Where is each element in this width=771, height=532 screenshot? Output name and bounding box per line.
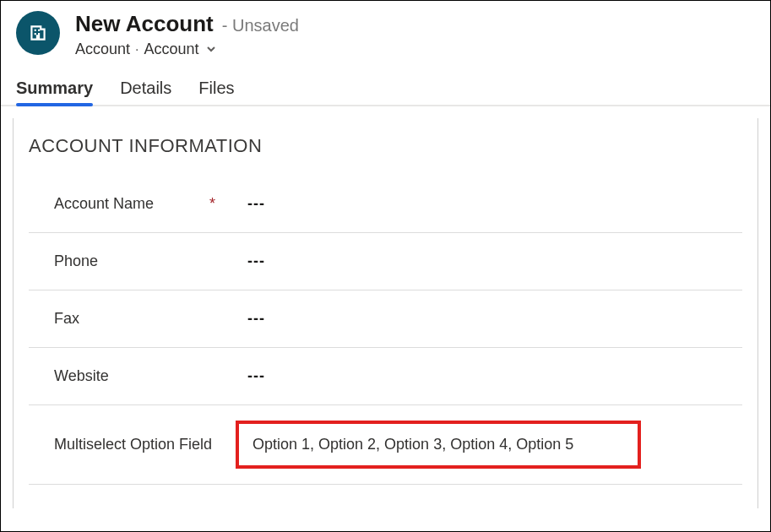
field-fax[interactable]: Fax ---	[29, 290, 742, 348]
field-multiselect[interactable]: Multiselect Option Field Option 1, Optio…	[29, 405, 742, 485]
field-phone[interactable]: Phone ---	[29, 233, 742, 290]
form-selector[interactable]: Account	[144, 41, 216, 58]
form-panel: ACCOUNT INFORMATION Account Name * --- P…	[13, 118, 758, 508]
tab-details[interactable]: Details	[120, 79, 171, 105]
entity-icon	[16, 11, 60, 55]
field-value[interactable]: ---	[236, 252, 265, 270]
field-label: Multiselect Option Field	[54, 435, 212, 454]
separator-dot: ·	[135, 43, 138, 57]
record-header: New Account - Unsaved Account · Account	[1, 1, 770, 58]
page-title: New Account	[75, 11, 214, 37]
field-label: Website	[54, 367, 109, 385]
field-label: Fax	[54, 310, 79, 328]
record-status: - Unsaved	[222, 16, 299, 35]
field-value[interactable]: ---	[236, 310, 265, 328]
tab-list: Summary Details Files	[1, 58, 770, 106]
required-indicator: *	[209, 195, 215, 213]
tab-summary[interactable]: Summary	[16, 79, 93, 105]
account-icon	[27, 22, 49, 44]
highlight-box: Option 1, Option 2, Option 3, Option 4, …	[236, 421, 641, 469]
field-value[interactable]: Option 1, Option 2, Option 3, Option 4, …	[252, 436, 624, 453]
tab-files[interactable]: Files	[198, 79, 234, 105]
field-account-name[interactable]: Account Name * ---	[29, 176, 742, 233]
form-selector-label: Account	[144, 41, 199, 58]
field-website[interactable]: Website ---	[29, 348, 742, 405]
field-label: Phone	[54, 252, 98, 270]
section-title: ACCOUNT INFORMATION	[29, 135, 742, 157]
field-label: Account Name	[54, 195, 154, 213]
field-value[interactable]: ---	[236, 367, 265, 385]
field-value[interactable]: ---	[236, 195, 265, 213]
chevron-down-icon	[206, 41, 216, 58]
entity-label: Account	[75, 41, 130, 58]
